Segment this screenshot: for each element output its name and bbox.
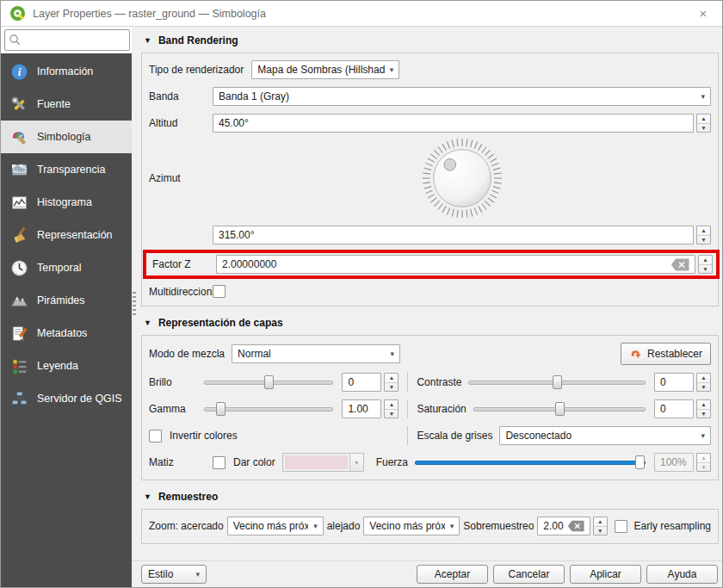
slider-handle[interactable] bbox=[216, 402, 226, 416]
layer-rendering-header[interactable]: ▼ Representación de capas bbox=[144, 317, 719, 329]
blend-mode-label: Modo de mezcla bbox=[149, 348, 225, 360]
section-title: Remuestreo bbox=[158, 491, 218, 503]
gamma-label: Gamma bbox=[149, 403, 204, 415]
sidebar-item-metadatos[interactable]: Metadatos bbox=[1, 317, 132, 350]
spin-down-icon: ▼ bbox=[697, 383, 710, 392]
brightness-spinbox[interactable]: 0 ▲ ▼ bbox=[342, 373, 399, 392]
grayscale-combobox[interactable]: Desconectado ▾ bbox=[499, 426, 711, 445]
gamma-spinbox[interactable]: 1.00 ▲ ▼ bbox=[342, 399, 399, 418]
spin-buttons[interactable]: ▲ ▼ bbox=[696, 399, 711, 418]
symbology-icon bbox=[10, 128, 28, 146]
dial-knob[interactable] bbox=[433, 150, 491, 207]
early-resampling-label: Early resampling bbox=[634, 520, 711, 532]
sidebar-item-fuente[interactable]: Fuente bbox=[1, 88, 132, 121]
sidebar-item-label: Simbología bbox=[37, 131, 91, 143]
renderer-type-combobox[interactable]: Mapa de Sombras (Hillshade) ▾ bbox=[251, 60, 399, 79]
blend-mode-combobox[interactable]: Normal ▾ bbox=[232, 344, 400, 363]
contrast-slider[interactable] bbox=[468, 374, 646, 390]
zoom-in-combobox[interactable]: Vecino más próximo ▾ bbox=[227, 517, 324, 535]
rendering-icon bbox=[10, 226, 28, 244]
collapse-triangle-icon: ▼ bbox=[144, 319, 151, 327]
zoom-out-label: alejado bbox=[327, 520, 361, 532]
metadata-icon bbox=[10, 325, 28, 343]
strength-slider[interactable] bbox=[415, 455, 646, 470]
saturation-slider[interactable] bbox=[473, 401, 646, 417]
zoom-in-value: Vecino más próximo bbox=[233, 520, 308, 532]
contrast-spinbox[interactable]: 0 ▲ ▼ bbox=[654, 373, 711, 392]
button-bar: Estilo ▾ Aceptar Cancelar Aplicar Ayuda bbox=[132, 560, 722, 587]
spin-up-icon: ▲ bbox=[697, 374, 710, 383]
colorize-checkbox[interactable] bbox=[213, 456, 226, 469]
search-area bbox=[1, 27, 132, 53]
grayscale-value: Desconectado bbox=[505, 430, 695, 442]
slider-handle[interactable] bbox=[553, 375, 562, 389]
sidebar-item-histograma[interactable]: Histograma bbox=[1, 186, 132, 219]
zoom-in-label: Zoom: acercado bbox=[149, 520, 224, 532]
early-resampling-checkbox[interactable] bbox=[615, 520, 627, 533]
sidebar-item-piramides[interactable]: Pirámides bbox=[1, 284, 132, 317]
zoom-out-combobox[interactable]: Vecino más próximo ▾ bbox=[363, 517, 460, 535]
slider-handle[interactable] bbox=[555, 402, 565, 416]
title-bar: Layer Properties — raster_ground — Simbo… bbox=[1, 1, 722, 27]
ok-button[interactable]: Aceptar bbox=[417, 565, 488, 584]
azimuth-value: 315.00° bbox=[219, 229, 688, 241]
altitude-spinbox[interactable]: 45.00° ▲ ▼ bbox=[213, 114, 711, 133]
band-rendering-header[interactable]: ▼ Band Rendering bbox=[144, 34, 719, 46]
chevron-down-icon: ▾ bbox=[450, 522, 454, 530]
layer-rendering-frame: Modo de mezcla Normal ▾ Restablecer B bbox=[141, 335, 719, 480]
saturation-spinbox[interactable]: 0 ▲ ▼ bbox=[654, 399, 711, 418]
help-button[interactable]: Ayuda bbox=[646, 565, 718, 584]
reset-button[interactable]: Restablecer bbox=[621, 343, 711, 365]
sidebar-item-label: Temporal bbox=[37, 262, 81, 274]
style-menu-button[interactable]: Estilo ▾ bbox=[141, 565, 207, 584]
azimuth-dial[interactable] bbox=[419, 136, 505, 220]
zfactor-spinbox[interactable]: 2.00000000 ▲ ▼ bbox=[216, 255, 713, 274]
azimuth-spin-buttons[interactable]: ▲ ▼ bbox=[696, 226, 711, 244]
search-icon bbox=[9, 34, 22, 46]
gamma-slider[interactable] bbox=[204, 401, 333, 417]
sidebar-item-simbologia[interactable]: Simbología bbox=[1, 121, 132, 153]
svg-text:i: i bbox=[18, 65, 22, 78]
spin-up-icon: ▲ bbox=[697, 454, 710, 463]
spin-buttons[interactable]: ▲ ▼ bbox=[384, 373, 399, 392]
spin-down-icon: ▼ bbox=[697, 124, 710, 133]
spin-buttons[interactable]: ▲ ▼ bbox=[696, 373, 711, 392]
search-input[interactable] bbox=[4, 29, 130, 51]
slider-handle[interactable] bbox=[635, 455, 645, 469]
sidebar-item-label: Servidor de QGIS bbox=[37, 393, 122, 405]
sidebar-item-label: Transparencia bbox=[37, 164, 105, 176]
resampling-header[interactable]: ▼ Remuestreo bbox=[144, 491, 719, 503]
close-icon[interactable]: × bbox=[693, 3, 714, 24]
multidirectional-checkbox[interactable] bbox=[213, 285, 226, 298]
slider-handle[interactable] bbox=[264, 375, 274, 389]
sidebar-item-servidor-qgis[interactable]: Servidor de QGIS bbox=[1, 382, 132, 415]
zfactor-highlight-box: Factor Z 2.00000000 bbox=[143, 250, 720, 279]
sidebar-item-informacion[interactable]: i Información bbox=[1, 55, 132, 88]
qgis-server-icon bbox=[10, 390, 28, 408]
sidebar-item-transparencia[interactable]: Transparencia bbox=[1, 153, 132, 186]
altitude-spin-buttons[interactable]: ▲ ▼ bbox=[696, 114, 711, 133]
cancel-button[interactable]: Cancelar bbox=[493, 565, 565, 584]
colorize-color-button[interactable]: ▾ bbox=[282, 453, 364, 472]
info-icon: i bbox=[10, 63, 28, 81]
clear-value-icon[interactable] bbox=[567, 520, 584, 532]
clear-value-icon[interactable] bbox=[670, 258, 689, 271]
sidebar-item-temporal[interactable]: Temporal bbox=[1, 251, 132, 284]
zfactor-label: Factor Z bbox=[152, 258, 216, 270]
reset-button-label: Restablecer bbox=[647, 348, 702, 360]
sidebar-item-representacion[interactable]: Representación bbox=[1, 219, 132, 251]
azimuth-label: Azimut bbox=[149, 172, 213, 184]
apply-button[interactable]: Aplicar bbox=[570, 565, 641, 584]
colorize-label: Dar color bbox=[233, 456, 275, 468]
band-combobox[interactable]: Banda 1 (Gray) ▾ bbox=[213, 87, 711, 106]
hue-label: Matiz bbox=[149, 456, 213, 468]
brightness-slider[interactable] bbox=[204, 374, 333, 390]
invert-colors-checkbox[interactable] bbox=[149, 430, 162, 443]
oversampling-spinbox[interactable]: 2.00 ▲ ▼ bbox=[537, 517, 607, 535]
cancel-button-label: Cancelar bbox=[508, 568, 549, 580]
zfactor-spin-buttons[interactable]: ▲ ▼ bbox=[698, 255, 713, 274]
spin-buttons[interactable]: ▲ ▼ bbox=[384, 399, 399, 418]
spin-buttons[interactable]: ▲ ▼ bbox=[593, 517, 608, 535]
azimuth-spinbox[interactable]: 315.00° ▲ ▼ bbox=[213, 226, 711, 244]
sidebar-item-leyenda[interactable]: Leyenda bbox=[1, 350, 132, 382]
